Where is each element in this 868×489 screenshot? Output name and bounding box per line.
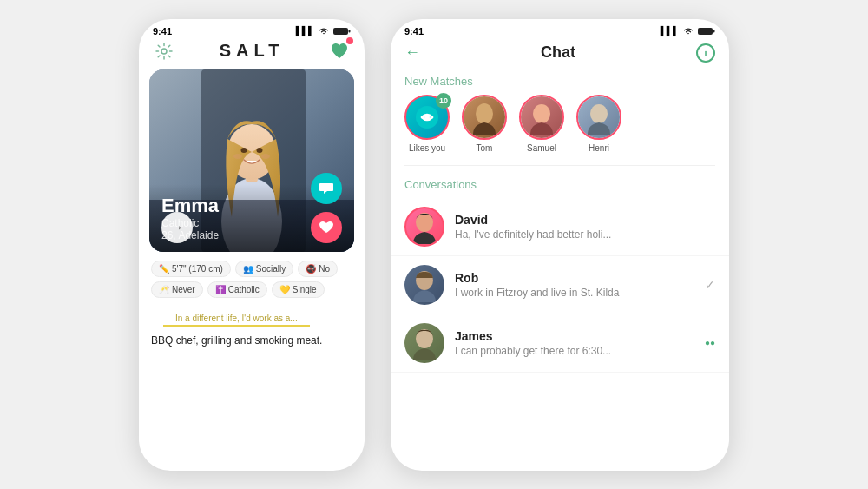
profile-image: Emma Catholic 26, Adelaide → bbox=[149, 69, 354, 252]
time-right: 9:41 bbox=[404, 26, 424, 36]
tom-name: Tom bbox=[477, 143, 493, 153]
likes-badge: 10 bbox=[436, 93, 451, 109]
tom-avatar bbox=[462, 95, 507, 140]
signal-icon: ▌▌▌ bbox=[296, 26, 314, 36]
match-henri[interactable]: Henri bbox=[576, 95, 621, 153]
smoking-tag: 🚭 No bbox=[298, 261, 338, 277]
conversation-david[interactable]: David Ha, I've definitely had better hol… bbox=[391, 198, 729, 256]
height-icon: ✏️ bbox=[159, 264, 169, 274]
drinking-tag: 🥂 Never bbox=[151, 281, 203, 298]
samuel-avatar bbox=[519, 95, 564, 140]
battery-icon-right bbox=[698, 27, 715, 36]
like-button[interactable] bbox=[311, 212, 342, 243]
bio-prompt: In a different life, I'd work as a... bbox=[163, 307, 310, 327]
chat-header: ← Chat i bbox=[391, 40, 729, 71]
svg-point-2 bbox=[161, 49, 167, 54]
battery-icon bbox=[333, 27, 351, 36]
svg-point-18 bbox=[533, 104, 550, 123]
henri-avatar bbox=[576, 95, 621, 140]
david-preview: Ha, I've definitely had better holi... bbox=[455, 228, 646, 241]
status-bar-left: 9:41 ▌▌▌ bbox=[139, 19, 365, 40]
drinking-icon: 🥂 bbox=[159, 285, 169, 294]
read-checkmark: ✓ bbox=[705, 278, 715, 292]
henri-name: Henri bbox=[589, 143, 609, 153]
conversation-rob[interactable]: Rob I work in Fitzroy and live in St. Ki… bbox=[391, 256, 729, 314]
new-matches-label: New Matches bbox=[391, 71, 729, 95]
pass-button[interactable]: → bbox=[161, 212, 193, 243]
message-button[interactable] bbox=[311, 173, 342, 204]
rob-name: Rob bbox=[455, 271, 694, 285]
likes-you-avatar: 10 bbox=[404, 95, 450, 140]
david-name: David bbox=[455, 213, 715, 227]
rob-avatar bbox=[404, 265, 444, 305]
likes-you-name: Likes you bbox=[409, 143, 445, 153]
left-phone: 9:41 ▌▌▌ SALT bbox=[139, 19, 365, 471]
bio-text: BBQ chef, grilling and smoking meat. bbox=[139, 328, 365, 354]
svg-point-19 bbox=[590, 104, 608, 123]
svg-point-9 bbox=[257, 148, 263, 153]
conversation-james[interactable]: James I can probably get there for 6:30.… bbox=[391, 314, 729, 373]
svg-point-17 bbox=[476, 103, 493, 124]
matches-row: 10 Likes you Tom bbox=[391, 95, 729, 165]
conversations-label: Conversations bbox=[391, 175, 729, 198]
james-name: James bbox=[455, 329, 694, 343]
app-title: SALT bbox=[220, 41, 285, 61]
profile-tags: ✏️ 5'7" (170 cm) 👥 Socially 🚭 No 🥂 Never… bbox=[139, 252, 365, 301]
religion-icon: ✝️ bbox=[215, 285, 226, 294]
status-icons-left: ▌▌▌ bbox=[296, 26, 351, 36]
time-left: 9:41 bbox=[153, 26, 172, 36]
svg-point-11 bbox=[261, 154, 270, 159]
svg-rect-13 bbox=[698, 28, 713, 35]
match-likes-you[interactable]: 10 Likes you bbox=[404, 95, 450, 153]
svg-rect-1 bbox=[349, 30, 351, 32]
heart-tag-icon: 💛 bbox=[279, 285, 290, 294]
james-content: James I can probably get there for 6:30.… bbox=[455, 329, 694, 357]
info-button[interactable]: i bbox=[696, 43, 715, 63]
relationship-tag: 💛 Single bbox=[272, 281, 325, 298]
religion-tag: ✝️ Catholic bbox=[207, 281, 267, 298]
james-preview: I can probably get there for 6:30... bbox=[455, 345, 646, 357]
app-header: SALT bbox=[139, 40, 365, 69]
height-tag: ✏️ 5'7" (170 cm) bbox=[151, 261, 231, 277]
wifi-icon bbox=[318, 27, 330, 36]
svg-point-8 bbox=[241, 148, 247, 153]
social-tag: 👥 Socially bbox=[235, 261, 293, 277]
svg-rect-14 bbox=[713, 30, 715, 32]
svg-point-16 bbox=[424, 115, 430, 120]
match-tom[interactable]: Tom bbox=[462, 95, 507, 153]
smoking-icon: 🚭 bbox=[306, 264, 316, 274]
settings-icon[interactable] bbox=[153, 40, 175, 63]
rob-preview: I work in Fitzroy and live in St. Kilda bbox=[455, 287, 646, 299]
status-bar-right: 9:41 ▌▌▌ bbox=[391, 19, 729, 40]
status-icons-right: ▌▌▌ bbox=[661, 26, 715, 36]
svg-rect-0 bbox=[333, 28, 348, 35]
wifi-icon-right bbox=[682, 27, 694, 36]
social-icon: 👥 bbox=[243, 264, 253, 274]
back-button[interactable]: ← bbox=[404, 43, 420, 62]
right-phone: 9:41 ▌▌▌ ← Chat i New Matches bbox=[391, 19, 729, 471]
david-content: David Ha, I've definitely had better hol… bbox=[455, 213, 715, 241]
svg-point-10 bbox=[233, 154, 242, 159]
conversations-section: Conversations David Ha, I've definitely … bbox=[391, 166, 729, 373]
typing-indicator: ●● bbox=[705, 338, 715, 347]
signal-icon-right: ▌▌▌ bbox=[661, 26, 679, 36]
filter-icon[interactable] bbox=[328, 40, 351, 63]
samuel-name: Samuel bbox=[527, 143, 556, 153]
chat-title: Chat bbox=[541, 43, 575, 62]
match-samuel[interactable]: Samuel bbox=[519, 95, 564, 153]
rob-content: Rob I work in Fitzroy and live in St. Ki… bbox=[455, 271, 694, 299]
james-avatar bbox=[404, 323, 444, 363]
david-avatar bbox=[404, 207, 444, 247]
